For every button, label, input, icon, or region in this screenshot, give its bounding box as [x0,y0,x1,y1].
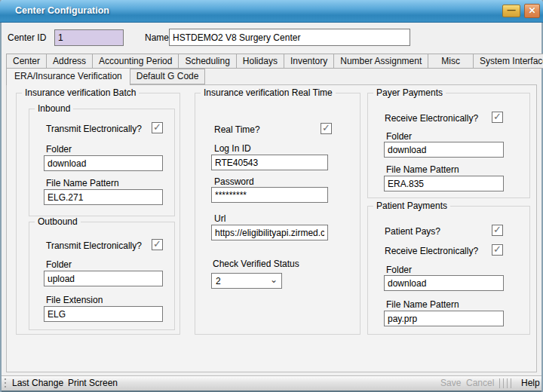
outbound-title: Outbound [35,216,81,227]
insurance-verification-batch-title: Insurance verification Batch [22,87,139,98]
close-icon: ✕ [525,5,539,17]
name-label: Name [145,32,169,43]
print-screen-button[interactable]: Print Screen [68,376,118,390]
center-configuration-window: Center Configuration — ✕ Center ID Name … [0,0,543,392]
tab-strip-row1: Center Address Accounting Period Schedul… [6,54,543,69]
payer-receive-checkbox[interactable]: ✓ [492,112,503,123]
check-verified-status-select[interactable]: 2 ⌄ [211,273,282,289]
outbound-group: Outbound Transmit Electronically? ✓ Fold… [29,222,175,330]
outbound-file-extension-label: File Extension [46,295,103,305]
tab-strip-row2: ERA/Insurance Verification Default G Cod… [6,68,204,85]
check-verified-status-value: 2 [216,276,221,286]
patient-pays-label: Patient Pays? [385,226,440,237]
patient-payments-group: Patient Payments Patient Pays? ✓ Receive… [367,206,530,335]
patient-receive-checkbox[interactable]: ✓ [492,244,503,256]
check-verified-status-label: Check Verified Status [213,259,299,269]
check-icon: ✓ [321,123,331,133]
close-button[interactable]: ✕ [524,4,540,18]
payer-file-name-pattern-input[interactable] [384,176,504,191]
patient-pays-checkbox[interactable]: ✓ [492,225,503,236]
patient-folder-label: Folder [386,265,412,275]
log-in-id-input[interactable] [211,155,328,170]
tab-misc[interactable]: Misc [428,54,474,69]
payer-payments-group: Payer Payments Receive Electronically? ✓… [367,93,530,198]
tab-era-insurance-verification[interactable]: ERA/Insurance Verification [6,68,130,85]
outbound-folder-label: Folder [46,259,72,270]
tab-number-assignment[interactable]: Number Assignment [333,54,428,69]
password-label: Password [214,176,254,187]
center-id-label: Center ID [8,32,46,43]
inbound-transmit-label: Transmit Electronically? [46,124,142,134]
outbound-transmit-label: Transmit Electronically? [46,240,142,251]
tab-address[interactable]: Address [46,54,93,69]
payer-folder-input[interactable] [384,142,504,158]
name-input[interactable] [169,29,410,46]
patient-folder-input[interactable] [384,275,504,291]
chevron-down-icon: ⌄ [270,276,278,283]
inbound-folder-label: Folder [46,144,72,155]
tab-system-interface[interactable]: System Interface [473,54,543,69]
tab-inventory[interactable]: Inventory [284,54,334,69]
cancel-button[interactable]: Cancel [466,376,494,390]
save-button[interactable]: Save [440,376,461,390]
titlebar[interactable]: Center Configuration — ✕ [0,0,543,23]
center-id-input[interactable] [54,29,124,46]
inbound-file-name-pattern-input[interactable] [44,189,163,205]
inbound-folder-input[interactable] [44,155,163,171]
outbound-transmit-checkbox[interactable]: ✓ [152,239,163,250]
payer-payments-title: Payer Payments [373,87,446,98]
last-change-button[interactable]: Last Change [12,376,63,390]
minimize-button[interactable]: — [502,5,520,17]
statusbar: Last Change Print Screen Save Cancel Hel… [2,375,541,390]
inbound-title: Inbound [35,103,73,114]
statusbar-separator-grip [499,378,513,388]
check-icon: ✓ [492,225,502,234]
patient-payments-title: Patient Payments [373,201,450,211]
insurance-verification-real-time-group: Insurance verification Real Time Real Ti… [195,93,360,335]
url-input[interactable] [211,225,328,240]
inbound-group: Inbound Transmit Electronically? ✓ Folde… [29,109,175,216]
insurance-verification-real-time-title: Insurance verification Real Time [201,87,336,98]
inbound-transmit-checkbox[interactable]: ✓ [152,122,163,133]
inbound-file-name-pattern-label: File Name Pattern [46,178,119,188]
check-icon: ✓ [492,112,502,121]
outbound-folder-input[interactable] [44,271,163,286]
insurance-verification-batch-group: Insurance verification Batch Inbound Tra… [16,93,180,335]
payer-folder-label: Folder [386,131,412,142]
tab-scheduling[interactable]: Scheduling [178,54,236,69]
password-input[interactable] [211,187,328,203]
outbound-file-extension-input[interactable] [44,306,163,322]
check-icon: ✓ [152,122,162,132]
statusbar-left-grip [5,378,6,388]
help-button[interactable]: Help [521,376,540,390]
minimize-icon: — [503,5,520,15]
tab-holidays[interactable]: Holidays [236,54,284,69]
era-insurance-verification-panel: Insurance verification Batch Inbound Tra… [6,84,537,372]
payer-receive-label: Receive Electronically? [385,113,478,124]
check-icon: ✓ [152,239,162,249]
check-icon: ✓ [492,244,502,254]
tab-default-g-code[interactable]: Default G Code [130,69,206,84]
window-title: Center Configuration [15,0,109,22]
url-label: Url [214,213,225,224]
tab-center[interactable]: Center [6,54,47,69]
patient-receive-label: Receive Electronically? [385,246,478,256]
payer-file-name-pattern-label: File Name Pattern [386,164,459,175]
real-time-label: Real Time? [214,124,260,135]
patient-file-name-pattern-label: File Name Pattern [386,299,459,310]
patient-file-name-pattern-input[interactable] [384,311,504,326]
log-in-id-label: Log In ID [214,143,251,154]
tab-accounting-period[interactable]: Accounting Period [92,54,179,69]
real-time-checkbox[interactable]: ✓ [321,123,332,134]
